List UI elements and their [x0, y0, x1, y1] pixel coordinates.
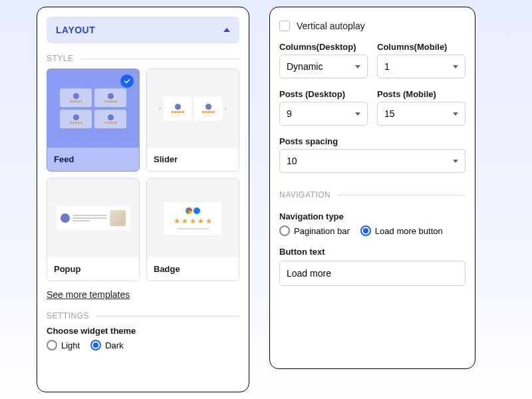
select-value: 15: [384, 108, 395, 119]
select-value: 10: [287, 156, 297, 166]
chevron-down-icon: [453, 112, 458, 116]
posts-mobile-label: Posts (Mobile): [377, 89, 466, 99]
chevron-left-icon: ‹: [159, 105, 161, 112]
google-icon: [186, 207, 192, 214]
cols-desktop-label: Columns(Desktop): [279, 42, 368, 52]
nav-option-loadmore[interactable]: Load more button: [360, 225, 443, 236]
radio-label: Load more button: [375, 226, 443, 236]
posts-mobile-select[interactable]: 15: [377, 102, 466, 126]
cols-mobile-label: Columns(Mobile): [377, 42, 466, 52]
badge-thumbnail: ★★★★★: [147, 179, 239, 257]
feed-thumbnail: [47, 69, 139, 148]
posts-desktop-label: Posts (Desktop): [279, 89, 368, 99]
spacing-label: Posts spacing: [279, 136, 466, 146]
facebook-icon: [194, 207, 200, 214]
select-value: 9: [287, 108, 292, 119]
see-more-link[interactable]: See more templates: [47, 289, 130, 300]
template-card-feed[interactable]: Feed: [47, 68, 140, 172]
chevron-down-icon: [355, 65, 360, 68]
cols-desktop-select[interactable]: Dynamic: [279, 55, 368, 78]
radio-label: Pagination bar: [294, 226, 350, 236]
card-label-feed: Feed: [47, 148, 139, 171]
slider-thumbnail: ‹ ›: [147, 69, 239, 148]
radio-icon: [360, 225, 371, 236]
nav-type-group: Pagination bar Load more button: [279, 225, 466, 236]
card-label-badge: Badge: [147, 257, 239, 281]
autoplay-label: Vertical autoplay: [297, 21, 365, 31]
theme-option-dark[interactable]: Dark: [90, 340, 123, 350]
nav-option-pagination[interactable]: Pagination bar: [279, 225, 350, 236]
theme-radio-group: Light Dark: [47, 340, 239, 350]
radio-label: Dark: [105, 340, 123, 350]
button-text-label: Button text: [279, 247, 466, 257]
radio-icon: [90, 340, 101, 350]
template-card-slider[interactable]: ‹ › Slider: [146, 68, 239, 172]
navigation-section-label: NAVIGATION: [279, 190, 466, 200]
radio-icon: [279, 225, 290, 236]
card-label-popup: Popup: [47, 257, 139, 281]
chevron-up-icon: [223, 28, 230, 32]
theme-option-light[interactable]: Light: [47, 340, 80, 350]
select-value: 1: [384, 61, 390, 72]
chevron-down-icon: [453, 65, 458, 68]
nav-type-label: Navigation type: [279, 211, 466, 221]
template-grid: Feed ‹ › Slider Popup: [47, 68, 239, 281]
chevron-down-icon: [453, 160, 458, 163]
radio-icon: [47, 340, 57, 350]
layout-panel: LAYOUT STYLE Feed ‹: [37, 7, 249, 392]
spacing-select[interactable]: 10: [279, 149, 466, 173]
template-card-popup[interactable]: Popup: [47, 178, 140, 281]
card-label-slider: Slider: [147, 148, 239, 171]
template-card-badge[interactable]: ★★★★★ Badge: [146, 178, 239, 281]
checkmark-icon: [120, 74, 134, 88]
style-section-label: STYLE: [47, 54, 239, 63]
autoplay-checkbox[interactable]: Vertical autoplay: [279, 21, 466, 31]
posts-desktop-select[interactable]: 9: [279, 102, 368, 126]
select-value: Dynamic: [287, 61, 323, 72]
chevron-right-icon: ›: [225, 105, 227, 112]
settings-panel: Vertical autoplay Columns(Desktop) Dynam…: [269, 7, 475, 369]
popup-thumbnail: [47, 179, 139, 257]
accordion-title: LAYOUT: [56, 25, 95, 35]
settings-section-label: SETTINGS: [47, 311, 239, 321]
theme-label: Choose widget theme: [47, 326, 239, 336]
cols-mobile-select[interactable]: 1: [377, 55, 466, 78]
layout-accordion[interactable]: LAYOUT: [47, 17, 239, 43]
button-text-input[interactable]: [279, 261, 466, 286]
radio-label: Light: [61, 340, 80, 350]
chevron-down-icon: [355, 112, 360, 116]
checkbox-icon: [279, 21, 290, 31]
